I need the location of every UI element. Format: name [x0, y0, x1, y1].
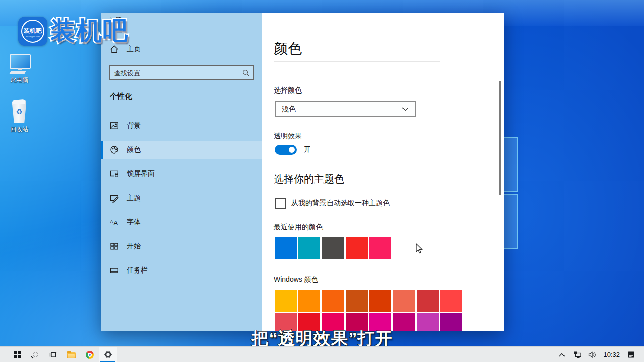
color-swatch[interactable] — [393, 313, 415, 331]
sidebar-section-title: 个性化 — [110, 92, 132, 101]
lock-screen-icon — [110, 169, 119, 178]
sidebar-item-background[interactable]: 背景 — [101, 117, 262, 135]
fonts-icon: A A — [110, 218, 119, 227]
color-swatch[interactable] — [298, 237, 320, 259]
file-explorer-button[interactable] — [62, 347, 80, 362]
toggle-knob — [289, 147, 295, 153]
color-swatch[interactable] — [369, 290, 391, 312]
network-icon — [573, 351, 582, 358]
color-swatch[interactable] — [393, 290, 415, 312]
windows-colors-row-1 — [275, 290, 462, 312]
theme-color-title: 选择你的主题色 — [274, 172, 344, 186]
svg-text:A: A — [110, 219, 113, 224]
color-swatch[interactable] — [322, 290, 344, 312]
desktop: 此电脑 ♻ 回收站 设置 主页 个性化 — [0, 0, 644, 362]
brand-badge-caption: zhuangjiba.com — [22, 35, 43, 38]
system-tray: 10:32 — [556, 347, 644, 362]
themes-icon — [110, 194, 119, 203]
wallpaper-windows-logo-pane — [504, 137, 518, 192]
brand-badge: 装机吧 zhuangjiba.com — [18, 17, 47, 46]
taskbar: 10:32 — [0, 346, 644, 362]
windows-logo-icon — [14, 351, 21, 358]
brand-watermark-text: 装机吧 — [50, 14, 129, 48]
action-center-button[interactable] — [625, 347, 637, 362]
dropdown-value: 浅色 — [282, 105, 296, 114]
desktop-icon-label: 回收站 — [1, 125, 37, 134]
transparency-toggle-row: 开 — [275, 145, 311, 155]
toggle-state-label: 开 — [304, 145, 311, 154]
brand-badge-text: 装机吧 — [22, 27, 43, 35]
color-swatch[interactable] — [417, 290, 439, 312]
pc-screen — [10, 54, 31, 69]
choose-color-label: 选择颜色 — [274, 86, 302, 95]
chrome-icon — [86, 351, 94, 359]
color-swatch[interactable] — [298, 290, 320, 312]
settings-window: 设置 主页 个性化 背景 — [101, 13, 504, 331]
start-icon — [110, 242, 119, 251]
color-swatch[interactable] — [440, 290, 462, 312]
taskbar-clock[interactable]: 10:32 — [601, 351, 622, 358]
desktop-icon-label: 此电脑 — [1, 76, 37, 84]
transparency-toggle[interactable] — [275, 145, 297, 155]
file-explorer-icon — [67, 352, 76, 358]
sidebar-item-start[interactable]: 开始 — [101, 237, 262, 255]
svg-text:A: A — [113, 219, 118, 227]
sidebar-item-label: 字体 — [127, 218, 141, 227]
recycle-symbol-icon: ♻ — [8, 108, 30, 115]
sidebar-item-lock-screen[interactable]: 锁屏界面 — [101, 165, 262, 183]
sidebar-nav: 背景 颜色 锁屏界面 — [101, 117, 262, 286]
start-button[interactable] — [8, 347, 26, 362]
tray-volume-button[interactable] — [586, 347, 598, 362]
color-swatch[interactable] — [322, 237, 344, 259]
search-icon — [242, 69, 249, 76]
action-center-icon — [627, 351, 635, 358]
sidebar-item-label: 颜色 — [127, 145, 141, 154]
task-view-button[interactable] — [44, 347, 62, 362]
auto-pick-label: 从我的背景自动选取一种主题色 — [291, 199, 390, 208]
sidebar-item-label: 任务栏 — [127, 266, 148, 275]
auto-pick-row: 从我的背景自动选取一种主题色 — [275, 198, 390, 209]
color-swatch[interactable] — [275, 237, 297, 259]
tray-chevron-button[interactable] — [556, 347, 568, 362]
scrollbar-thumb[interactable] — [499, 81, 501, 195]
color-swatch[interactable] — [346, 290, 368, 312]
color-swatch[interactable] — [346, 237, 368, 259]
gear-icon — [104, 350, 112, 359]
speaker-icon — [588, 351, 596, 358]
chevron-down-icon — [402, 107, 409, 111]
settings-sidebar: 设置 主页 个性化 背景 — [101, 13, 262, 331]
taskbar-buttons — [0, 347, 117, 362]
sidebar-item-themes[interactable]: 主题 — [101, 189, 262, 207]
title-divider — [274, 61, 440, 62]
settings-search-box[interactable] — [109, 65, 254, 80]
pc-stand — [18, 68, 22, 70]
background-icon — [110, 121, 119, 130]
recycle-bin-icon: ♻ — [8, 100, 30, 124]
settings-app-button[interactable] — [99, 347, 117, 362]
color-swatch[interactable] — [417, 313, 439, 331]
page-title: 颜色 — [274, 39, 302, 58]
transparency-label: 透明效果 — [274, 132, 302, 141]
color-mode-dropdown[interactable]: 浅色 — [275, 101, 416, 117]
desktop-icon-this-pc[interactable]: 此电脑 — [1, 54, 37, 84]
auto-pick-checkbox[interactable] — [275, 198, 286, 209]
desktop-icon-recycle-bin[interactable]: ♻ 回收站 — [1, 100, 37, 134]
wallpaper-windows-logo-pane — [504, 194, 518, 249]
color-swatch[interactable] — [369, 237, 391, 259]
color-swatch[interactable] — [440, 313, 462, 331]
sidebar-item-colors[interactable]: 颜色 — [101, 141, 262, 159]
search-input[interactable] — [110, 69, 242, 77]
sidebar-item-taskbar[interactable]: 任务栏 — [101, 261, 262, 280]
windows-colors-label: Windows 颜色 — [274, 275, 318, 284]
taskbar-icon — [110, 266, 119, 275]
chevron-up-icon — [559, 353, 565, 357]
chrome-button[interactable] — [80, 347, 99, 362]
sidebar-item-fonts[interactable]: A A 字体 — [101, 213, 262, 231]
sidebar-item-label: 主题 — [127, 194, 141, 203]
search-icon — [33, 352, 38, 357]
sidebar-item-label: 开始 — [127, 242, 141, 251]
tray-network-button[interactable] — [571, 347, 583, 362]
color-swatch[interactable] — [275, 290, 297, 312]
task-view-icon — [49, 351, 57, 359]
taskbar-search-button[interactable] — [26, 347, 44, 362]
